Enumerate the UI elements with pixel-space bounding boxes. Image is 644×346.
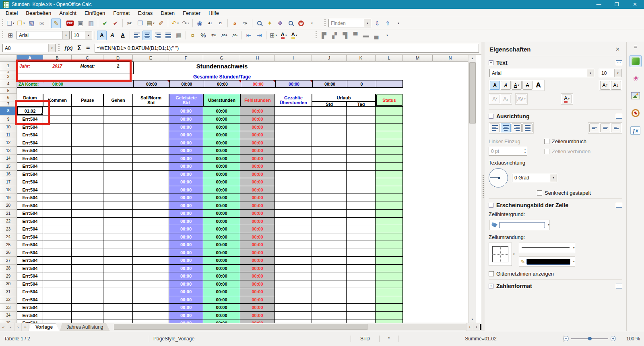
- cell-e14[interactable]: [133, 155, 169, 163]
- cell-i17[interactable]: [275, 178, 312, 186]
- cell-l12[interactable]: [376, 139, 403, 147]
- cell-g33[interactable]: 00:00: [203, 304, 240, 312]
- row-header-35[interactable]: 35: [0, 319, 17, 323]
- cell-c34[interactable]: [72, 312, 103, 320]
- cell-b18[interactable]: [43, 186, 72, 194]
- cell-j4[interactable]: 00:00: [312, 80, 347, 87]
- cell-g29[interactable]: 00:00: [203, 272, 240, 280]
- cell-e25[interactable]: [133, 241, 169, 249]
- cell-g13[interactable]: 00:00: [203, 147, 240, 155]
- cell-d9[interactable]: [103, 115, 133, 124]
- row-header-33[interactable]: 33: [0, 304, 17, 312]
- row-header-32[interactable]: 32: [0, 296, 17, 304]
- menu-daten[interactable]: Daten: [157, 9, 179, 17]
- cell-i24[interactable]: [275, 233, 312, 241]
- chevron-down-icon[interactable]: ▾: [513, 253, 515, 256]
- cell-b1[interactable]: 2017: [43, 62, 72, 70]
- row-header-5[interactable]: 5: [0, 88, 17, 94]
- column-header-j[interactable]: J: [312, 55, 347, 62]
- cell-b31[interactable]: [43, 288, 72, 296]
- cell-h35[interactable]: 00:00: [240, 319, 275, 323]
- cell-k30[interactable]: [347, 280, 376, 288]
- menu-extras[interactable]: Extras: [134, 9, 157, 17]
- cell-d29[interactable]: [103, 272, 133, 280]
- cell-g8[interactable]: 00:00: [203, 107, 240, 115]
- cell-i15[interactable]: [275, 163, 312, 171]
- cell-a27[interactable]: Err:504: [17, 257, 43, 265]
- toolbar-grip[interactable]: [2, 19, 3, 27]
- cell-h32[interactable]: 00:00: [240, 296, 275, 304]
- spin-down-icon[interactable]: ▾: [524, 151, 526, 154]
- cell-format-grid-button[interactable]: ⊞: [6, 31, 15, 40]
- cell-f20[interactable]: 00:00: [169, 202, 203, 210]
- cell-h24[interactable]: 00:00: [240, 233, 275, 241]
- cell-d8[interactable]: [103, 107, 133, 115]
- cell-c19[interactable]: [72, 194, 103, 202]
- column-header-b[interactable]: B: [43, 55, 72, 62]
- cell-g34[interactable]: 00:00: [203, 312, 240, 320]
- cell-j15[interactable]: [312, 163, 347, 171]
- insert-mode-status[interactable]: STD: [351, 336, 379, 342]
- sum-icon[interactable]: Σ: [77, 45, 81, 52]
- cell-g10[interactable]: 00:00: [203, 124, 240, 132]
- cell-k16[interactable]: [347, 171, 376, 179]
- cell-i14[interactable]: [275, 155, 312, 163]
- cell-i8[interactable]: [275, 107, 312, 115]
- chevron-down-icon[interactable]: ▾: [587, 69, 594, 77]
- cell-j26[interactable]: [312, 249, 347, 257]
- cell-h28[interactable]: 00:00: [240, 265, 275, 273]
- cell-g31[interactable]: 00:00: [203, 288, 240, 296]
- cell-b35[interactable]: [43, 319, 72, 323]
- cell-g4[interactable]: 00:00: [204, 80, 241, 87]
- cell-background-button[interactable]: ▾: [489, 220, 550, 230]
- cell-d33[interactable]: [103, 304, 133, 312]
- undo-button[interactable]: ↶▾: [170, 19, 180, 28]
- cell-d21[interactable]: [103, 210, 133, 218]
- paste-button[interactable]: ▤▾: [146, 19, 155, 28]
- cell-b27[interactable]: [43, 257, 72, 265]
- gallery-tab-icon[interactable]: ❀: [630, 72, 642, 84]
- cell-f19[interactable]: 00:00: [169, 194, 203, 202]
- cell-h17[interactable]: 00:00: [240, 178, 275, 186]
- row-header-8[interactable]: 8: [0, 107, 17, 115]
- cell-d31[interactable]: [103, 288, 133, 296]
- sidebar-font-name-combo[interactable]: Arial ▾: [489, 69, 594, 77]
- collapse-icon[interactable]: −: [489, 114, 493, 119]
- cell-e17[interactable]: [133, 178, 169, 186]
- chevron-down-icon[interactable]: ▾: [614, 69, 621, 77]
- cell-b11[interactable]: [43, 131, 72, 139]
- cell-f24[interactable]: 00:00: [169, 233, 203, 241]
- cell-i25[interactable]: [275, 241, 312, 249]
- sheet-nav-next-button[interactable]: ›: [14, 323, 22, 331]
- cell-f33[interactable]: 00:00: [169, 304, 203, 312]
- align-center-button[interactable]: [142, 31, 152, 40]
- cell-i10[interactable]: [275, 124, 312, 132]
- cell-e18[interactable]: [133, 186, 169, 194]
- cell-l26[interactable]: [376, 249, 403, 257]
- column-header-e[interactable]: E: [133, 55, 169, 62]
- cell-h9[interactable]: 00:00: [240, 115, 275, 124]
- panel-close-icon[interactable]: ✕: [614, 46, 621, 52]
- cell-c31[interactable]: [72, 288, 103, 296]
- cell-f16[interactable]: 00:00: [169, 171, 203, 179]
- cell-a19[interactable]: Err:504: [17, 194, 43, 202]
- toolbar-grip[interactable]: [58, 44, 60, 52]
- horizontal-scrollbar[interactable]: [114, 324, 466, 330]
- cell-b21[interactable]: [43, 210, 72, 218]
- row-header-14[interactable]: 14: [0, 155, 17, 163]
- gallery-button[interactable]: ❖: [275, 19, 285, 28]
- cell-b13[interactable]: [43, 147, 72, 155]
- chevron-down-icon[interactable]: ▾: [573, 246, 575, 249]
- row-header-28[interactable]: 28: [0, 265, 17, 273]
- cell-f30[interactable]: 00:00: [169, 280, 203, 288]
- cell-l25[interactable]: [376, 241, 403, 249]
- row-header-3[interactable]: 3: [0, 73, 17, 80]
- cell-b34[interactable]: [43, 312, 72, 320]
- cell-f9[interactable]: 00:00: [169, 115, 203, 124]
- cell-j8[interactable]: [312, 107, 347, 115]
- header-kommen[interactable]: Kommen: [43, 94, 72, 107]
- cell-l10[interactable]: [376, 124, 403, 132]
- vertical-scrollbar[interactable]: ▲ ▼: [468, 55, 476, 323]
- cell-h4[interactable]: 00:00: [241, 80, 275, 87]
- cell-a23[interactable]: Err:504: [17, 225, 43, 233]
